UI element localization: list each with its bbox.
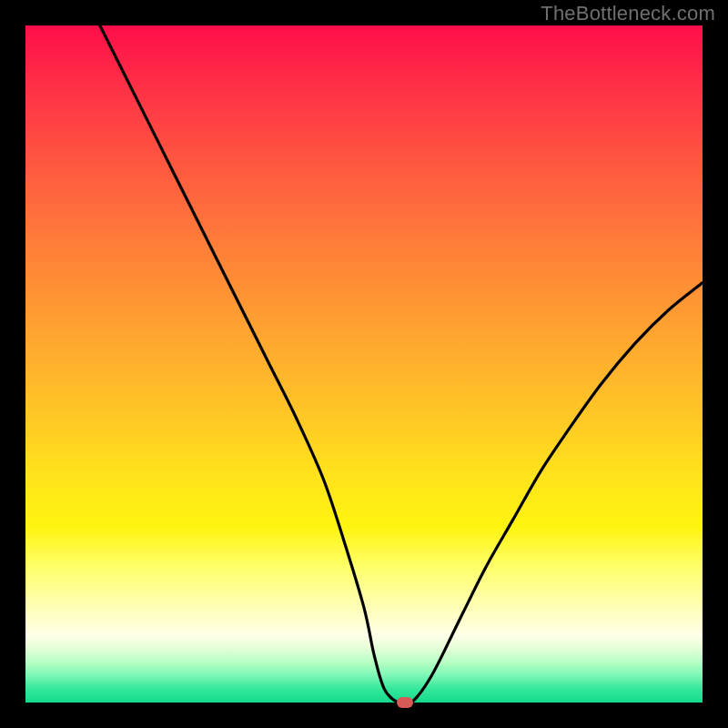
operating-point-marker xyxy=(397,697,413,708)
plot-area xyxy=(25,25,703,703)
watermark-text: TheBottleneck.com xyxy=(541,2,715,25)
bottleneck-curve xyxy=(25,25,703,703)
chart-frame: TheBottleneck.com xyxy=(0,0,728,728)
